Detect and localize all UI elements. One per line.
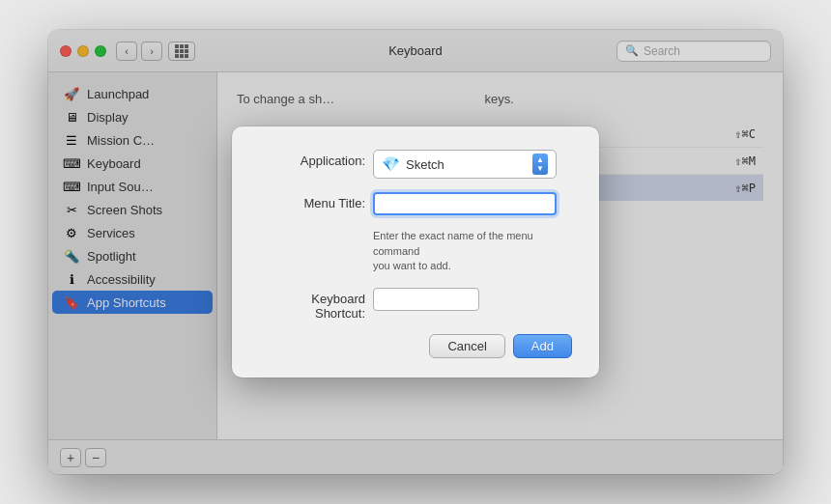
menutitle-input[interactable] bbox=[373, 192, 557, 215]
menutitle-row: Menu Title: bbox=[259, 192, 572, 215]
app-icon: 💎 bbox=[382, 155, 400, 173]
modal-overlay: Application: 💎 Sketch ▲ ▼ Menu Title: En… bbox=[48, 30, 783, 474]
add-shortcut-modal: Application: 💎 Sketch ▲ ▼ Menu Title: En… bbox=[232, 126, 599, 377]
application-row: Application: 💎 Sketch ▲ ▼ bbox=[259, 150, 572, 179]
application-select[interactable]: 💎 Sketch ▲ ▼ bbox=[373, 150, 557, 179]
keyboard-window: ‹ › Keyboard 🔍 Search 🚀 Launchpad 🖥 Disp… bbox=[48, 30, 783, 474]
shortcut-label: Keyboard Shortcut: bbox=[259, 288, 365, 321]
app-name: Sketch bbox=[406, 157, 527, 172]
shortcut-input[interactable] bbox=[373, 288, 479, 311]
application-label: Application: bbox=[259, 150, 365, 168]
modal-buttons: Cancel Add bbox=[259, 334, 572, 358]
app-stepper[interactable]: ▲ ▼ bbox=[532, 154, 548, 175]
arrow-up-icon: ▲ bbox=[536, 156, 544, 164]
menutitle-hint: Enter the exact name of the menu command… bbox=[373, 229, 572, 273]
shortcut-row: Keyboard Shortcut: bbox=[259, 288, 572, 321]
add-button[interactable]: Add bbox=[513, 334, 572, 358]
arrow-down-icon: ▼ bbox=[536, 165, 544, 173]
cancel-button[interactable]: Cancel bbox=[429, 334, 504, 358]
menutitle-label: Menu Title: bbox=[259, 192, 365, 210]
